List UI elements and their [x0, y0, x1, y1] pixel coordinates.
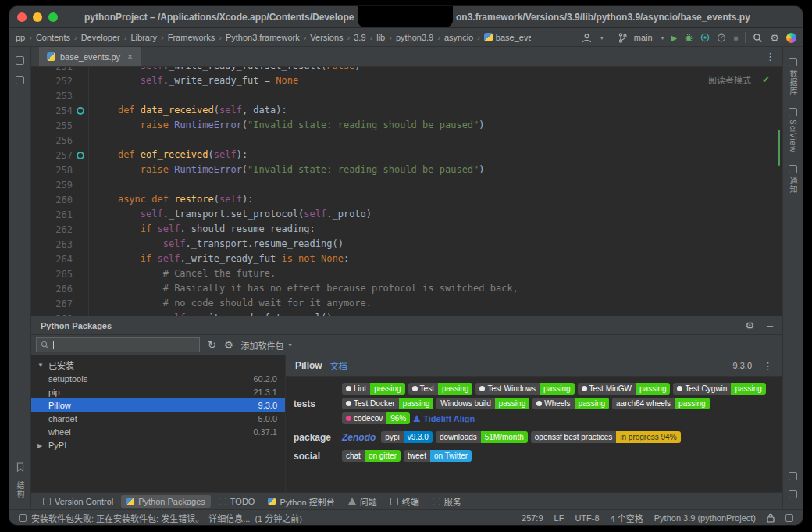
run-button[interactable]: ▶ [671, 34, 678, 42]
code-line[interactable]: self._write_ready_fut.cancel() [95, 311, 782, 316]
package-list-item[interactable]: pip21.3.1 [31, 385, 285, 398]
reload-packages-icon[interactable]: ↻ [208, 339, 216, 351]
shield-badge[interactable]: pypiv9.3.0 [381, 431, 433, 443]
close-tab-icon[interactable]: × [127, 52, 133, 62]
code-line[interactable]: if self._write_ready_fut is not None: [95, 252, 782, 266]
code-line[interactable]: self._transport.set_protocol(self._proto… [95, 207, 782, 222]
code-line[interactable]: def data_received(self, data): [95, 103, 782, 118]
package-search-input[interactable] [36, 337, 200, 352]
user-avatar-icon[interactable] [582, 33, 592, 43]
shield-badge[interactable]: Wheelspassing [532, 398, 609, 409]
shield-badge[interactable]: tweeton Twitter [404, 450, 472, 462]
editor-options-icon[interactable]: ⋮ [765, 51, 775, 62]
shield-badge[interactable]: Test Cygwinpassing [673, 383, 765, 395]
status-python-interpreter[interactable]: Python 3.9 (pythonProject) [654, 513, 756, 523]
minimize-button[interactable] [33, 12, 42, 22]
status-indent-style[interactable]: 4 个空格 [611, 512, 643, 524]
tool-window-button--[interactable]: 服务 [427, 494, 467, 509]
panel-settings-gear-icon[interactable]: ⚙ [746, 320, 755, 331]
shield-badge[interactable]: Windows buildpassing [436, 398, 529, 409]
shield-badge[interactable]: aarch64 wheelspassing [612, 398, 710, 409]
search-everywhere-icon[interactable] [753, 33, 763, 43]
code-editor[interactable]: 2512522532542552562572582592602612622632… [31, 67, 782, 316]
close-button[interactable] [17, 12, 27, 22]
breadcrumb-item[interactable]: base_events.py [484, 33, 531, 42]
code-line[interactable]: def eof_received(self): [95, 148, 782, 162]
tool-window-button-todo[interactable]: TODO [213, 495, 261, 508]
package-list-item[interactable]: wheel0.37.1 [31, 425, 285, 438]
override-gutter-icon[interactable] [73, 107, 88, 115]
readonly-lock-icon[interactable] [767, 513, 775, 523]
panel-minimize-icon[interactable]: ─ [767, 321, 773, 330]
code-line[interactable] [95, 133, 782, 148]
override-gutter-icon[interactable] [73, 152, 88, 159]
pypi-group-header[interactable]: ▶PyPI [31, 438, 285, 452]
branch-dropdown-icon[interactable]: ▾ [661, 34, 664, 41]
tool-window-switcher-icon[interactable] [19, 514, 27, 522]
titlebar[interactable]: pythonProject – /Applications/Xcode.app/… [9, 6, 803, 28]
reader-mode-label[interactable]: 阅读者模式 [708, 73, 751, 86]
code-line[interactable]: async def restore(self): [95, 192, 782, 207]
code-with-me-icon[interactable] [786, 33, 796, 43]
shield-badge[interactable]: chaton gitter [342, 450, 401, 462]
code-line[interactable]: # no code should wait for it anymore. [95, 296, 782, 311]
code-line[interactable]: raise RuntimeError("Invalid state: readi… [95, 162, 782, 177]
code-line[interactable]: raise RuntimeError("Invalid state: readi… [95, 118, 782, 133]
shield-badge[interactable]: Testpassing [408, 383, 473, 395]
tool-window-button-python-packages[interactable]: Python Packages [121, 495, 211, 508]
tool-window-button-python-[interactable]: Python 控制台 [262, 494, 340, 509]
right-stripe-item[interactable]: SciView [789, 108, 797, 152]
status-file-encoding[interactable]: UTF-8 [575, 513, 599, 523]
package-options-icon[interactable]: ⋮ [763, 360, 773, 372]
layout-tool-icon[interactable] [789, 472, 797, 480]
shield-badge[interactable]: Test MinGWpassing [578, 383, 671, 395]
installed-group-header[interactable]: ▼已安装 [31, 358, 285, 372]
breadcrumb-item[interactable]: 3.9 [354, 33, 365, 42]
breadcrumb-item[interactable]: pp [16, 33, 25, 42]
breadcrumb-item[interactable]: asyncio [444, 33, 473, 42]
code-line[interactable] [95, 177, 782, 192]
breadcrumb-item[interactable]: Versions [310, 33, 343, 42]
debug-icon[interactable] [684, 33, 693, 42]
avatar-dropdown-icon[interactable]: ▾ [600, 34, 604, 41]
code-line[interactable]: self._write_ready_fut.set_result(False) [95, 67, 782, 73]
scrollbar-marker[interactable] [778, 130, 780, 166]
editor-code-area[interactable]: self._write_ready_fut.set_result(False) … [89, 67, 782, 316]
breadcrumb-item[interactable]: Contents [36, 33, 70, 42]
breadcrumb-item[interactable]: Python3.framework [226, 33, 300, 42]
shield-badge[interactable]: openssf best practicesin progress 94% [531, 431, 681, 443]
problems-tool-icon[interactable] [789, 490, 797, 498]
status-caret-position[interactable]: 257:9 [522, 513, 543, 523]
commit-tool-icon[interactable] [16, 76, 24, 84]
breadcrumb-item[interactable]: Library [130, 33, 157, 42]
tab-base-events[interactable]: base_events.py × [39, 47, 141, 66]
code-line[interactable] [95, 88, 782, 103]
code-line[interactable]: self._transport.resume_reading() [95, 237, 782, 252]
add-package-button[interactable]: 添加软件包 ▾ [241, 339, 292, 352]
code-line[interactable]: if self._should_resume_reading: [95, 222, 782, 237]
branch-name[interactable]: main [634, 33, 653, 42]
status-extra-icon[interactable] [785, 514, 793, 522]
package-docs-link[interactable]: 文档 [330, 359, 347, 372]
tool-window-button-version-control[interactable]: Version Control [37, 495, 119, 508]
bookmark-icon[interactable] [16, 462, 24, 472]
shield-badge[interactable]: Test Windowspassing [475, 383, 574, 395]
inspections-ok-icon[interactable]: ✔ [762, 74, 770, 85]
breadcrumb-item[interactable]: Frameworks [168, 33, 215, 42]
shield-badge[interactable]: codecov96% [342, 412, 410, 424]
shield-badge[interactable]: Test Dockerpassing [342, 398, 433, 409]
packages-settings-gear-icon[interactable]: ⚙ [224, 339, 233, 351]
zenodo-badge[interactable]: Zenodo [342, 432, 376, 443]
breadcrumb-item[interactable]: python3.9 [396, 33, 433, 42]
shield-badge[interactable]: Lintpassing [342, 383, 405, 395]
project-tool-icon[interactable] [16, 56, 24, 65]
structure-tool-label[interactable]: 结构 [14, 481, 26, 498]
code-line[interactable]: # Cancel the future. [95, 266, 782, 281]
package-list-item[interactable]: setuptools60.2.0 [31, 372, 285, 385]
status-line-separator[interactable]: LF [554, 513, 564, 523]
settings-gear-icon[interactable]: ⚙ [770, 32, 779, 44]
profiler-icon[interactable] [717, 33, 726, 42]
tool-window-button--[interactable]: 终端 [385, 494, 425, 509]
right-stripe-item[interactable]: 通知 [787, 165, 799, 194]
tidelift-align-badge[interactable]: Tidelift Align [413, 414, 475, 423]
